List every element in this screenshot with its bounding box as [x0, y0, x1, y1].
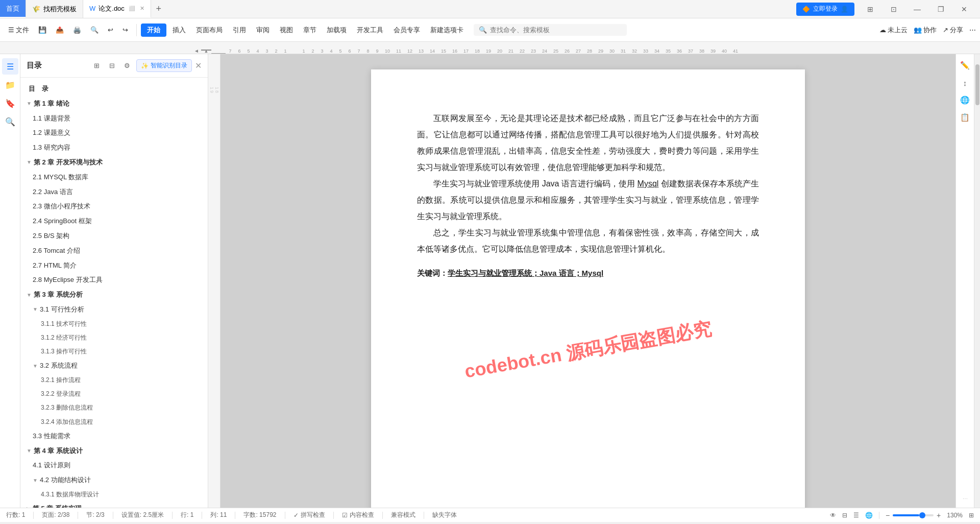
developer-btn[interactable]: 开发工具	[353, 23, 387, 37]
status-spell-check[interactable]: ✓ 拼写检查	[293, 511, 325, 519]
view-btn[interactable]: 视图	[276, 23, 297, 37]
start-btn[interactable]: 开始	[141, 23, 166, 37]
status-sep-8	[333, 512, 334, 519]
cloud-save-btn[interactable]: ☁ 未上云	[879, 26, 908, 35]
toc-item-6[interactable]: 2.1 MYSQL 数据库	[20, 170, 208, 185]
toc-item-20[interactable]: 3.2.1 操作流程	[20, 373, 208, 387]
vertical-scrollbar[interactable]	[974, 54, 980, 508]
right-edit-icon[interactable]: ✏️	[958, 58, 972, 73]
toc-item-22[interactable]: 3.2.3 删除信息流程	[20, 401, 208, 415]
zoom-in-btn[interactable]: +	[937, 511, 941, 519]
toc-item-18[interactable]: 3.1.3 操作可行性	[20, 345, 208, 359]
toc-expand-all-btn[interactable]: ⊞	[90, 60, 103, 72]
more-btn[interactable]: ⋯	[969, 26, 976, 34]
sidebar-search-btn[interactable]: 🔍	[2, 113, 18, 130]
zoom-thumb[interactable]	[919, 512, 925, 518]
zoom-out-btn[interactable]: −	[886, 511, 890, 519]
scroll-right-expand[interactable]: ⋯	[963, 496, 968, 502]
chapter-btn[interactable]: 章节	[299, 23, 321, 37]
view-web-btn[interactable]: 🌐	[865, 512, 873, 519]
redo-btn[interactable]: ↪	[118, 24, 132, 36]
toolbar-search[interactable]: 🔍	[474, 24, 627, 36]
toc-ai-btn[interactable]: ✨ 智能识别目录	[136, 59, 192, 72]
toc-item-24[interactable]: 3.3 性能需求	[20, 429, 208, 444]
sidebar-bookmark-btn[interactable]: 🔖	[2, 95, 18, 111]
search-input[interactable]	[490, 26, 622, 34]
right-clipboard-icon[interactable]: 📋	[958, 110, 972, 125]
insert-btn[interactable]: 插入	[168, 23, 190, 37]
account-icon: 🔶	[802, 6, 810, 13]
toc-item-1[interactable]: ▼ 第 1 章 绪论	[20, 97, 208, 111]
toc-settings-btn[interactable]: ⚙	[121, 60, 133, 72]
toc-collapse-all-btn[interactable]: ⊟	[106, 60, 118, 72]
zoom-level[interactable]: 130%	[947, 512, 963, 519]
tab-home[interactable]: 首页	[0, 0, 26, 18]
toc-item-27[interactable]: ▼ 4.2 功能结构设计	[20, 473, 208, 488]
toc-item-3[interactable]: 1.2 课题意义	[20, 126, 208, 140]
toc-item-2[interactable]: 1.1 课题背景	[20, 111, 208, 126]
tab-doc[interactable]: W 论文.doc ⬜ ✕	[83, 0, 151, 18]
member-btn[interactable]: 会员专享	[389, 23, 424, 37]
right-resize-icon[interactable]: ↕	[958, 76, 972, 90]
maximize-btn[interactable]: ❐	[929, 0, 952, 18]
scan-btn[interactable]: 🔍	[86, 24, 103, 36]
sidebar-files-btn[interactable]: 📁	[2, 77, 18, 93]
status-sep-6	[235, 512, 235, 519]
toc-item-17[interactable]: 3.1.2 经济可行性	[20, 331, 208, 345]
close-btn[interactable]: ✕	[952, 0, 976, 18]
toc-item-15[interactable]: ▼ 3.1 可行性分析	[20, 302, 208, 317]
review-btn[interactable]: 审阅	[252, 23, 274, 37]
add-col-btn[interactable]: 加载项	[323, 23, 351, 37]
fit-page-btn[interactable]: ⊞	[969, 512, 974, 519]
new-tab-button[interactable]: +	[151, 0, 166, 18]
toc-item-21[interactable]: 3.2.2 登录流程	[20, 387, 208, 401]
toc-item-28[interactable]: 4.3.1 数据库物理设计	[20, 488, 208, 502]
page-layout-btn[interactable]: 页面布局	[192, 23, 227, 37]
toc-item-13[interactable]: 2.8 MyEclipse 开发工具	[20, 273, 208, 288]
right-global-icon[interactable]: 🌐	[958, 93, 972, 107]
view-layout-btn[interactable]: ⊟	[842, 512, 847, 519]
toc-item-8[interactable]: 2.3 微信小程序技术	[20, 199, 208, 214]
toc-item-19[interactable]: ▼ 3.2 系统流程	[20, 359, 208, 373]
file-menu-btn[interactable]: ☰ 文件	[4, 23, 33, 37]
sidebar-toc-btn[interactable]: ☰	[2, 58, 18, 75]
toc-item-9[interactable]: 2.4 SpringBoot 框架	[20, 214, 208, 229]
toc-item-11[interactable]: 2.6 Tomcat 介绍	[20, 244, 208, 258]
undo-btn[interactable]: ↩	[104, 24, 117, 36]
toc-close-btn[interactable]: ✕	[195, 61, 202, 70]
minimize-btn[interactable]: —	[905, 0, 929, 18]
doc-tab-close[interactable]: ✕	[140, 5, 144, 12]
view-outline-btn[interactable]: ☰	[853, 512, 859, 519]
layout-btn[interactable]: ⊞	[859, 0, 882, 18]
status-missing-font[interactable]: 缺失字体	[432, 511, 457, 519]
toc-item-12[interactable]: 2.7 HTML 简介	[20, 258, 208, 273]
account-area[interactable]: 🔶 立即登录 👤	[796, 3, 854, 16]
scroll-thumb[interactable]	[975, 64, 979, 105]
zoom-track[interactable]	[893, 514, 934, 516]
toc-item-26[interactable]: 4.1 设计原则	[20, 458, 208, 473]
toc-item-4[interactable]: 1.3 研究内容	[20, 140, 208, 155]
toc-item-7[interactable]: 2.2 Java 语言	[20, 185, 208, 200]
apps-btn[interactable]: ⊡	[882, 0, 905, 18]
share-btn[interactable]: ↗ 分享	[943, 26, 963, 35]
zoom-slider[interactable]: − +	[886, 511, 941, 519]
new-tab-options-btn[interactable]: 新建选项卡	[426, 23, 468, 37]
doc-scroll-area[interactable]: codebot.cn 源码乐园盗图必究 互联网发展至今，无论是其理论还是技术都已…	[220, 54, 955, 508]
cloud-icon: ☁	[879, 26, 886, 34]
export-btn[interactable]: 📤	[52, 24, 68, 36]
toc-item-14[interactable]: ▼ 第 3 章 系统分析	[20, 288, 208, 302]
toc-item-0[interactable]: 目 录	[20, 82, 208, 97]
save-btn[interactable]: 💾	[34, 24, 51, 36]
cite-btn[interactable]: 引用	[229, 23, 250, 37]
toc-item-25[interactable]: ▼ 第 4 章 系统设计	[20, 444, 208, 459]
toc-item-16[interactable]: 3.1.1 技术可行性	[20, 317, 208, 331]
tab-template[interactable]: 🌾 找稻壳模板	[26, 0, 83, 18]
toc-item-10[interactable]: 2.5 B/S 架构	[20, 229, 208, 244]
view-normal-btn[interactable]: 👁	[830, 512, 836, 519]
toc-item-29[interactable]: ▶ 第 5 章 系统实现	[20, 502, 208, 508]
status-content-check[interactable]: ☑ 内容检查	[342, 511, 374, 519]
print-btn[interactable]: 🖨️	[69, 24, 85, 36]
toc-item-23[interactable]: 3.2.4 添加信息流程	[20, 415, 208, 429]
collab-btn[interactable]: 👥 协作	[914, 26, 937, 35]
toc-item-5[interactable]: ▼ 第 2 章 开发环境与技术	[20, 155, 208, 170]
